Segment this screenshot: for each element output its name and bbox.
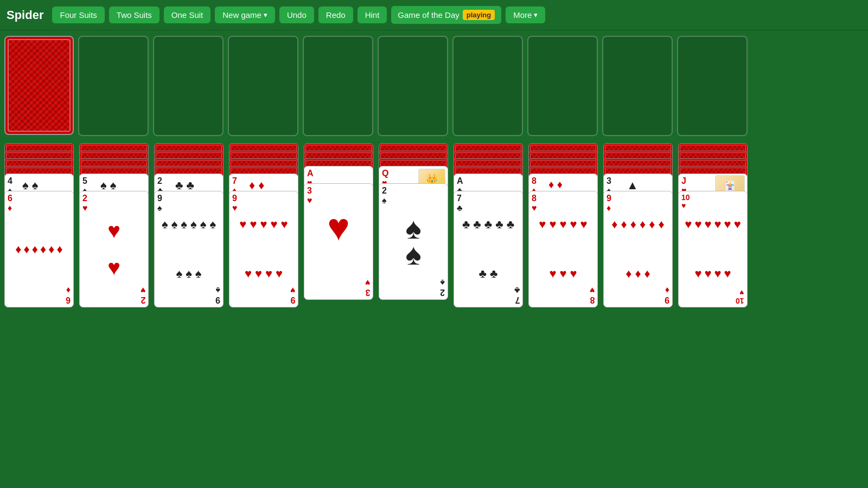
foundation-3 [303,36,373,136]
column-2: 2♣ ♣ ♣ 9♠ 9♠ ♠♠ ♠♠ ♠♠ ♠♠ ♠ [154,143,225,307]
stock-pile[interactable] [4,36,74,135]
card-label-br: 2♠ [440,278,445,297]
card-label: 2♥ [82,194,88,213]
foundation-8 [677,36,748,136]
header: Spider Four Suits Two Suits One Suit New… [0,0,868,30]
card-label-br: 3♥ [365,278,371,297]
column-0: 4♠ ♠ ♠ 6♦ 6♦ ♦♦ ♦♦ ♦♦ [4,143,75,307]
card-9h[interactable]: 9♥ 9♥ ♥♥ ♥♥ ♥♥ ♥♥ ♥ [229,191,298,307]
new-game-button[interactable]: New game [215,7,275,23]
card-7c[interactable]: 7♣ 7♣ ♣♣ ♣♣ ♣♣ ♣ [454,191,523,307]
undo-button[interactable]: Undo [279,7,314,23]
game-of-day-button[interactable]: Game of the Day playing [391,6,501,24]
game-area: 4♠ ♠ ♠ 6♦ 6♦ ♦♦ ♦♦ ♦♦ [0,30,868,313]
card-label: 2♠ [382,186,387,205]
card-label: 3♥ [307,186,312,205]
column-5: Q♥ 👑 2♠ 2♠ ♠ ♠ [379,143,449,300]
one-suit-button[interactable]: One Suit [164,7,210,23]
foundation-0 [78,36,149,136]
card-9d[interactable]: 9♦ 9♦ ♦♦ ♦♦ ♦♦ ♦♦ ♦ [603,191,673,307]
four-suits-button[interactable]: Four Suits [52,7,104,23]
card-8h[interactable]: 8♥ 8♥ ♥♥ ♥♥ ♥♥ ♥♥ [528,191,598,307]
redo-button[interactable]: Redo [318,7,353,23]
top-row [4,36,864,139]
card-label-br: 2♥ [141,286,146,305]
more-button[interactable]: More [506,7,545,23]
foundation-1 [153,36,224,136]
foundation-2 [228,36,298,136]
card-3h[interactable]: 3♥ 3♥ ♥ [304,183,373,300]
column-9: J♥ 🃏 10♥ 10♥ ♥♥ ♥♥ ♥♥ ♥♥ ♥♥ [678,143,749,307]
card-2h[interactable]: 2♥ 2♥ ♥ ♥ [79,191,149,307]
hint-button[interactable]: Hint [358,7,387,23]
foundation-4 [378,36,448,136]
app-title: Spider [7,8,43,22]
two-suits-button[interactable]: Two Suits [109,7,159,23]
column-3: 7♦ ♦ ♦ 9♥ 9♥ ♥♥ ♥♥ ♥♥ ♥♥ ♥ [229,143,299,307]
column-8: 3♠ ▲ 9♦ 9♦ ♦♦ ♦♦ ♦♦ ♦♦ ♦ [603,143,674,307]
card-6d[interactable]: 6♦ 6♦ ♦♦ ♦♦ ♦♦ [4,191,74,307]
card-9s[interactable]: 9♠ 9♠ ♠♠ ♠♠ ♠♠ ♠♠ ♠ [154,191,224,307]
column-4: A♥ 3♥ 3♥ ♥ [304,143,374,300]
column-6: A♣ 7♣ 7♣ ♣♣ ♣♣ ♣♣ ♣ [454,143,524,307]
foundation-6 [527,36,598,136]
playing-badge: playing [463,10,495,20]
foundation-5 [452,36,523,136]
column-7: 8♦ ♦ ♦ 8♥ 8♥ ♥♥ ♥♥ ♥♥ ♥♥ [528,143,599,307]
columns-row: 4♠ ♠ ♠ 6♦ 6♦ ♦♦ ♦♦ ♦♦ [4,143,864,307]
column-1: 5♠ ♠ ♠ 2♥ 2♥ ♥ ♥ [79,143,150,307]
card-2s[interactable]: 2♠ 2♠ ♠ ♠ [379,183,448,300]
card-10h[interactable]: 10♥ 10♥ ♥♥ ♥♥ ♥♥ ♥♥ ♥♥ [678,191,748,307]
foundation-7 [602,36,673,136]
